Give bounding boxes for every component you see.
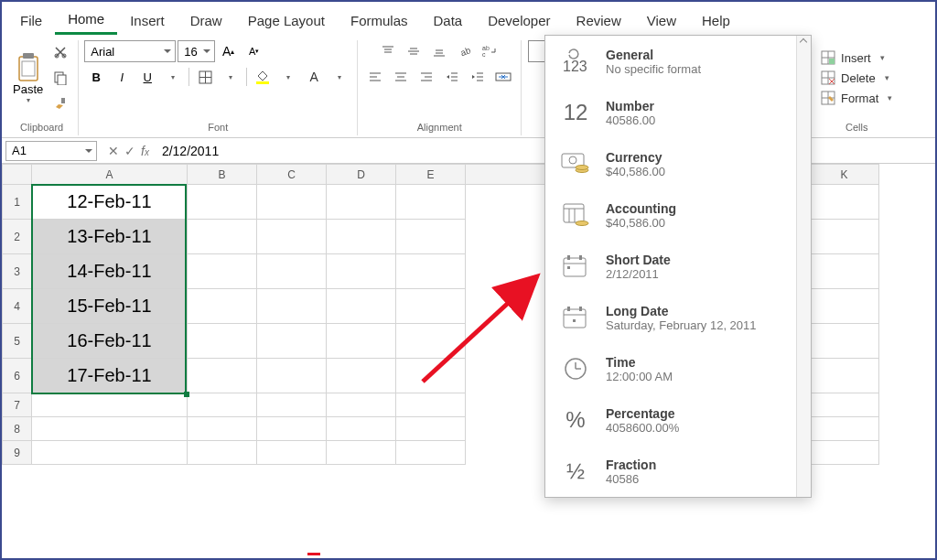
align-middle-button[interactable] (402, 40, 425, 62)
row-header-8[interactable]: 8 (3, 417, 32, 441)
cell[interactable] (188, 393, 257, 417)
cell[interactable] (327, 254, 396, 289)
orientation-button[interactable]: ab (453, 40, 477, 62)
cell[interactable] (188, 220, 257, 254)
cell[interactable] (810, 254, 879, 289)
menu-insert[interactable]: Insert (117, 7, 178, 34)
cell[interactable] (188, 359, 257, 393)
row-header-9[interactable]: 9 (3, 441, 32, 465)
cell[interactable] (257, 324, 327, 359)
fill-color-button[interactable] (251, 66, 275, 88)
cell[interactable] (327, 393, 396, 417)
dropdown-scrollbar[interactable] (796, 36, 811, 497)
cell[interactable] (810, 359, 879, 393)
underline-dropdown[interactable]: ▾ (161, 66, 185, 88)
wrap-text-button[interactable]: abc (479, 40, 502, 62)
cell[interactable] (327, 185, 396, 220)
cell[interactable] (327, 359, 396, 393)
font-name-select[interactable]: Arial (84, 40, 176, 62)
col-header-b[interactable]: B (188, 165, 257, 185)
col-header-a[interactable]: A (32, 165, 188, 185)
cell[interactable] (810, 441, 879, 465)
cell[interactable] (396, 254, 466, 289)
format-option-currency[interactable]: Currency$40,586.00 (545, 138, 811, 189)
cell[interactable] (32, 417, 188, 441)
borders-button[interactable] (193, 66, 217, 88)
cell[interactable] (810, 393, 879, 417)
cell[interactable] (188, 417, 257, 441)
row-header-1[interactable]: 1 (3, 185, 32, 220)
font-color-button[interactable]: A (302, 66, 326, 88)
cell[interactable] (32, 393, 188, 417)
insert-cells-button[interactable]: Insert▾ (817, 48, 896, 67)
font-color-dropdown[interactable]: ▾ (328, 66, 351, 88)
increase-indent-button[interactable] (466, 66, 490, 88)
cell[interactable] (257, 441, 327, 465)
cut-button[interactable] (48, 41, 72, 63)
cell[interactable] (327, 289, 396, 324)
cell[interactable] (257, 220, 327, 254)
menu-home[interactable]: Home (55, 5, 117, 35)
cell[interactable] (32, 441, 188, 465)
cell-a4[interactable]: 15-Feb-11 (32, 289, 188, 324)
menu-formulas[interactable]: Formulas (338, 7, 421, 34)
underline-button[interactable]: U (135, 66, 159, 88)
row-header-3[interactable]: 3 (3, 254, 32, 289)
align-left-button[interactable] (363, 66, 387, 88)
menu-page-layout[interactable]: Page Layout (235, 7, 338, 34)
menu-developer[interactable]: Developer (475, 7, 563, 34)
col-header-d[interactable]: D (327, 165, 396, 185)
menu-view[interactable]: View (634, 7, 689, 34)
align-bottom-button[interactable] (427, 40, 451, 62)
select-all-corner[interactable] (3, 165, 32, 185)
delete-cells-button[interactable]: Delete▾ (817, 69, 896, 87)
increase-font-button[interactable]: A▴ (217, 40, 241, 62)
menu-file[interactable]: File (7, 7, 55, 34)
cell[interactable] (257, 254, 327, 289)
row-header-4[interactable]: 4 (3, 289, 32, 324)
name-box[interactable]: A1 (5, 141, 97, 161)
cell[interactable] (396, 393, 466, 417)
cell[interactable] (188, 289, 257, 324)
cell[interactable] (188, 324, 257, 359)
cell[interactable] (188, 254, 257, 289)
format-option-fraction[interactable]: ½ Fraction40586 (545, 446, 811, 497)
col-header-c[interactable]: C (257, 165, 327, 185)
align-right-button[interactable] (415, 66, 438, 88)
italic-button[interactable]: I (110, 66, 134, 88)
cell[interactable] (327, 220, 396, 254)
format-option-accounting[interactable]: Accounting$40,586.00 (545, 189, 811, 241)
fx-icon[interactable]: fx (141, 144, 149, 158)
bold-button[interactable]: B (84, 66, 108, 88)
cell[interactable] (257, 185, 327, 220)
borders-dropdown[interactable]: ▾ (219, 66, 242, 88)
cell[interactable] (810, 417, 879, 441)
merge-button[interactable] (491, 66, 515, 88)
cell[interactable] (810, 185, 879, 220)
menu-help[interactable]: Help (689, 7, 743, 34)
cell[interactable] (396, 324, 466, 359)
fill-color-dropdown[interactable]: ▾ (276, 66, 300, 88)
format-option-long-date[interactable]: Long DateSaturday, February 12, 2011 (545, 292, 811, 343)
format-option-number[interactable]: 12 Number40586.00 (545, 87, 811, 138)
decrease-font-button[interactable]: A▾ (242, 40, 266, 62)
copy-button[interactable] (48, 67, 72, 89)
cell[interactable] (188, 441, 257, 465)
cell[interactable] (810, 324, 879, 359)
cell[interactable] (396, 417, 466, 441)
align-center-button[interactable] (389, 66, 413, 88)
cell-a6[interactable]: 17-Feb-11 (32, 359, 188, 393)
fill-handle[interactable] (184, 392, 189, 397)
cell[interactable] (188, 185, 257, 220)
cell[interactable] (257, 359, 327, 393)
format-painter-button[interactable] (48, 92, 72, 114)
cell[interactable] (257, 393, 327, 417)
cell[interactable] (257, 417, 327, 441)
format-option-time[interactable]: Time12:00:00 AM (545, 343, 811, 394)
cell[interactable] (810, 289, 879, 324)
cell[interactable] (396, 289, 466, 324)
cell[interactable] (327, 417, 396, 441)
font-size-select[interactable]: 16 (178, 40, 214, 62)
format-option-short-date[interactable]: Short Date2/12/2011 (545, 241, 811, 292)
decrease-indent-button[interactable] (440, 66, 464, 88)
